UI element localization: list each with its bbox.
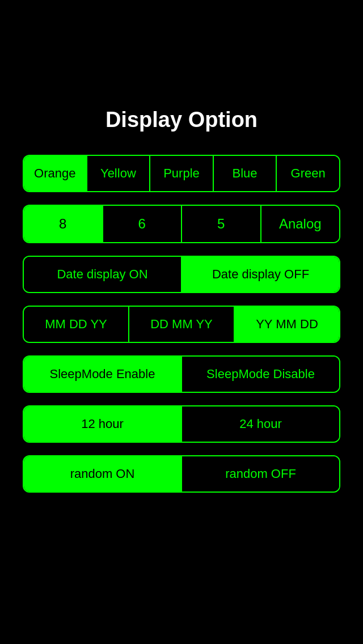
color-option-yellow[interactable]: Yellow (86, 156, 150, 191)
color-option-green[interactable]: Green (276, 156, 339, 191)
date-display-on-button[interactable]: Date display ON (24, 257, 181, 292)
sleep-mode-row: SleepMode Enable SleepMode Disable (23, 355, 340, 393)
color-option-blue[interactable]: Blue (213, 156, 276, 191)
number-option-analog[interactable]: Analog (260, 206, 340, 242)
date-display-off-button[interactable]: Date display OFF (181, 257, 339, 292)
color-row: Orange Yellow Purple Blue Green (23, 155, 340, 192)
number-option-6[interactable]: 6 (102, 206, 182, 242)
sleep-mode-enable-button[interactable]: SleepMode Enable (24, 357, 181, 392)
hour-12-button[interactable]: 12 hour (24, 406, 181, 442)
sleep-mode-disable-button[interactable]: SleepMode Disable (181, 357, 339, 392)
random-on-button[interactable]: random ON (24, 456, 181, 492)
color-option-orange[interactable]: Orange (24, 156, 86, 191)
date-format-yymmdd[interactable]: YY MM DD (234, 307, 339, 342)
hour-24-button[interactable]: 24 hour (181, 406, 339, 442)
date-display-row: Date display ON Date display OFF (23, 256, 340, 293)
number-option-5[interactable]: 5 (181, 206, 260, 242)
number-option-8[interactable]: 8 (24, 206, 102, 242)
random-off-button[interactable]: random OFF (181, 456, 339, 492)
page-title: Display Option (105, 108, 258, 132)
random-row: random ON random OFF (23, 455, 340, 493)
number-row: 8 6 5 Analog (23, 205, 340, 243)
date-format-row: MM DD YY DD MM YY YY MM DD (23, 306, 340, 343)
date-format-mmddyy[interactable]: MM DD YY (24, 307, 128, 342)
options-container: Orange Yellow Purple Blue Green 8 6 5 An… (23, 155, 340, 493)
color-option-purple[interactable]: Purple (149, 156, 213, 191)
hour-row: 12 hour 24 hour (23, 405, 340, 443)
date-format-ddmmyy[interactable]: DD MM YY (128, 307, 234, 342)
